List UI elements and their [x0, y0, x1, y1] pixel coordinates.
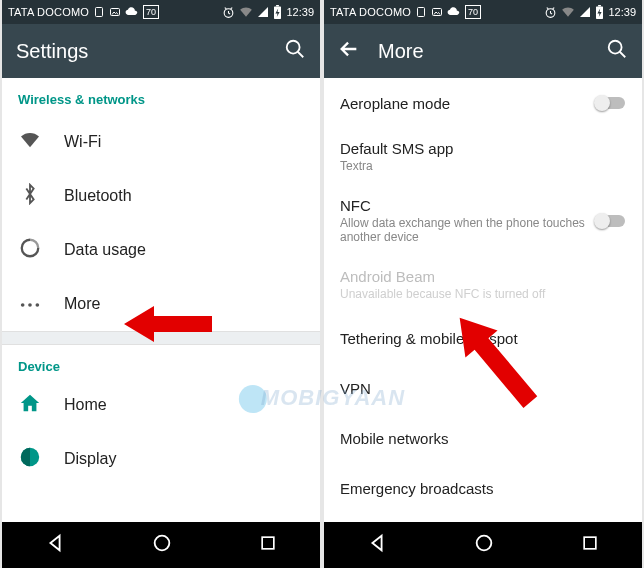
svg-rect-19: [584, 537, 596, 549]
svg-point-10: [155, 536, 170, 551]
image-icon: [109, 6, 121, 18]
tethering-row[interactable]: Tethering & mobile hotspot: [324, 313, 642, 363]
tethering-label: Tethering & mobile hotspot: [340, 330, 626, 347]
nav-recents-button[interactable]: [258, 533, 278, 557]
page-title: Settings: [16, 40, 266, 63]
nav-back-button[interactable]: [366, 532, 388, 558]
svg-rect-0: [96, 8, 103, 17]
battery-percent: 70: [465, 5, 481, 19]
svg-rect-4: [277, 5, 280, 6]
display-row[interactable]: Display: [2, 432, 320, 486]
nfc-desc: Allow data exchange when the phone touch…: [340, 216, 586, 244]
svg-rect-13: [433, 9, 442, 16]
more-icon: [18, 295, 42, 313]
data-usage-row[interactable]: Data usage: [2, 223, 320, 277]
watermark: MOBIGYAAN: [239, 385, 405, 413]
svg-point-8: [36, 303, 40, 307]
android-beam-label: Android Beam: [340, 268, 626, 285]
section-device: Device: [2, 345, 320, 378]
section-wireless-networks: Wireless & networks: [2, 78, 320, 115]
cloud-icon: [125, 6, 139, 18]
mobile-networks-row[interactable]: Mobile networks: [324, 413, 642, 463]
settings-content: Wireless & networks Wi-Fi Bluetooth Data…: [2, 78, 320, 522]
search-icon[interactable]: [284, 38, 306, 64]
screen-settings: TATA DOCOMO 70 12:39 Settings Wireless &…: [2, 0, 320, 568]
app-bar: More: [324, 24, 642, 78]
svg-rect-1: [111, 9, 120, 16]
emergency-broadcasts-label: Emergency broadcasts: [340, 480, 626, 497]
battery-percent: 70: [143, 5, 159, 19]
home-icon: [18, 392, 42, 418]
wifi-row[interactable]: Wi-Fi: [2, 115, 320, 169]
home-label: Home: [64, 396, 107, 414]
navigation-bar: [2, 522, 320, 568]
mobile-networks-label: Mobile networks: [340, 430, 626, 447]
search-icon[interactable]: [606, 38, 628, 64]
emergency-broadcasts-row[interactable]: Emergency broadcasts: [324, 463, 642, 513]
svg-point-6: [21, 303, 25, 307]
nfc-label: NFC: [340, 197, 586, 214]
alarm-icon: [222, 6, 235, 19]
svg-point-7: [28, 303, 32, 307]
nav-home-button[interactable]: [151, 532, 173, 558]
section-divider: [2, 331, 320, 345]
nfc-row[interactable]: NFC Allow data exchange when the phone t…: [324, 185, 642, 256]
alarm-icon: [544, 6, 557, 19]
calendar-icon: [415, 6, 427, 18]
more-row[interactable]: More: [2, 277, 320, 331]
wifi-icon: [239, 6, 253, 18]
nav-home-button[interactable]: [473, 532, 495, 558]
data-usage-label: Data usage: [64, 241, 146, 259]
back-icon[interactable]: [338, 38, 360, 64]
default-sms-value: Textra: [340, 159, 626, 173]
wifi-icon: [561, 6, 575, 18]
navigation-bar: [324, 522, 642, 568]
nfc-toggle[interactable]: [594, 212, 628, 230]
clock: 12:39: [286, 6, 314, 18]
cloud-icon: [447, 6, 461, 18]
android-beam-row: Android Beam Unavailable because NFC is …: [324, 256, 642, 313]
more-content: Aeroplane mode Default SMS app Textra NF…: [324, 78, 642, 522]
nav-back-button[interactable]: [44, 532, 66, 558]
svg-point-17: [609, 41, 622, 54]
wifi-icon: [18, 131, 42, 153]
data-usage-icon: [18, 237, 42, 263]
svg-point-5: [287, 41, 300, 54]
svg-rect-11: [262, 537, 274, 549]
screen-more: TATA DOCOMO 70 12:39 More Aeroplane mode: [324, 0, 642, 568]
status-bar: TATA DOCOMO 70 12:39: [2, 0, 320, 24]
battery-icon: [595, 5, 604, 19]
wifi-label: Wi-Fi: [64, 133, 101, 151]
display-icon: [18, 446, 42, 472]
aeroplane-mode-label: Aeroplane mode: [340, 95, 626, 112]
default-sms-label: Default SMS app: [340, 140, 626, 157]
nav-recents-button[interactable]: [580, 533, 600, 557]
battery-icon: [273, 5, 282, 19]
android-beam-desc: Unavailable because NFC is turned off: [340, 287, 626, 301]
svg-point-18: [477, 536, 492, 551]
bluetooth-row[interactable]: Bluetooth: [2, 169, 320, 223]
status-bar: TATA DOCOMO 70 12:39: [324, 0, 642, 24]
bluetooth-icon: [18, 183, 42, 209]
image-icon: [431, 6, 443, 18]
page-title: More: [378, 40, 588, 63]
more-label: More: [64, 295, 100, 313]
default-sms-row[interactable]: Default SMS app Textra: [324, 128, 642, 185]
clock: 12:39: [608, 6, 636, 18]
signal-icon: [257, 6, 269, 18]
app-bar: Settings: [2, 24, 320, 78]
carrier-label: TATA DOCOMO: [330, 6, 411, 18]
aeroplane-mode-row[interactable]: Aeroplane mode: [324, 78, 642, 128]
bluetooth-label: Bluetooth: [64, 187, 132, 205]
svg-rect-16: [599, 5, 602, 6]
calendar-icon: [93, 6, 105, 18]
display-label: Display: [64, 450, 116, 468]
svg-rect-12: [418, 8, 425, 17]
aeroplane-toggle[interactable]: [594, 94, 628, 112]
signal-icon: [579, 6, 591, 18]
carrier-label: TATA DOCOMO: [8, 6, 89, 18]
